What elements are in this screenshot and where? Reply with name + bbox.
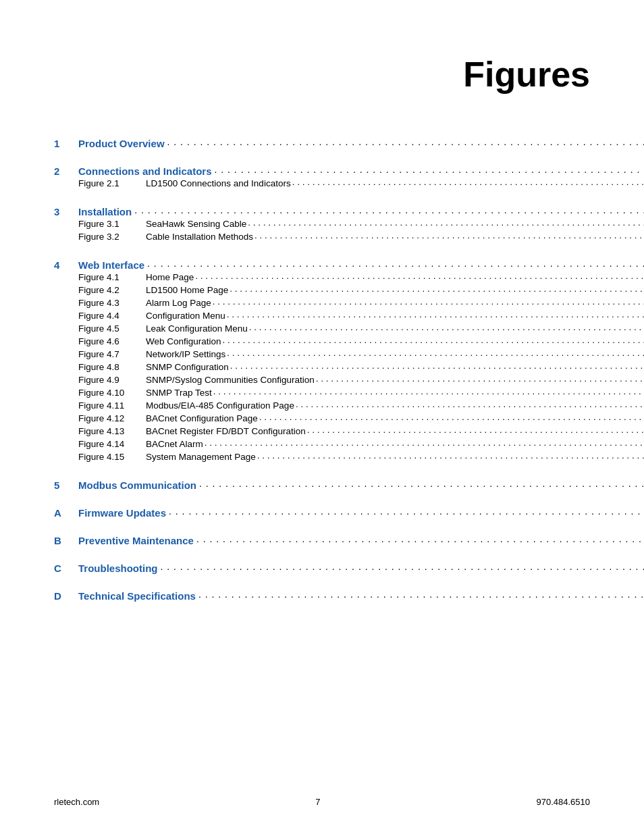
- section-row-3: 3Installation17Figure 3.1SeaHawk Sensing…: [54, 197, 590, 243]
- section-content-C: Troubleshooting49: [78, 563, 644, 574]
- footer-center: 7: [315, 797, 320, 807]
- figure-row-3-1: Figure 3.2Cable Installation Methods18: [78, 230, 644, 243]
- section-title-D: Technical Specifications: [78, 590, 196, 602]
- figure-row-4-1: Figure 4.2LD1500 Home Page24: [78, 284, 644, 296]
- figure-dots-4-13: [205, 438, 644, 448]
- figure-title-4-1: LD1500 Home Page: [146, 285, 228, 295]
- section-num-5: 5: [54, 479, 78, 491]
- section-dots-5: [199, 478, 644, 489]
- figure-dots-4-2: [213, 296, 644, 307]
- figure-row-4-11: Figure 4.12BACnet Configuration Page33: [78, 412, 644, 425]
- figure-title-4-2: Alarm Log Page: [146, 298, 211, 308]
- section-num-4: 4: [54, 259, 78, 271]
- figure-label-4-6: Figure 4.7: [78, 349, 146, 359]
- figure-dots-3-1: [254, 230, 644, 240]
- figure-title-4-0: Home Page: [146, 272, 194, 282]
- figure-dots-4-0: [195, 271, 644, 281]
- section-title-4: Web Interface: [78, 259, 144, 271]
- figure-label-4-10: Figure 4.11: [78, 400, 146, 411]
- section-num-A: A: [54, 507, 78, 519]
- section-dots-A: [169, 506, 644, 517]
- section-dots-1: [167, 136, 644, 147]
- figure-title-4-11: BACnet Configuration Page: [146, 413, 258, 423]
- figure-dots-4-11: [259, 412, 644, 422]
- section-num-D: D: [54, 590, 78, 602]
- section-block-B: BPreventive Maintenance47: [54, 525, 590, 546]
- section-content-5: Modbus Communication37: [78, 479, 644, 491]
- section-title-5: Modbus Communication: [78, 479, 196, 491]
- figure-label-4-3: Figure 4.4: [78, 311, 146, 321]
- figure-title-4-14: System Management Page: [146, 452, 256, 462]
- figure-row-4-4: Figure 4.5Leak Configuration Menu26: [78, 322, 644, 335]
- figure-title-4-4: Leak Configuration Menu: [146, 323, 248, 334]
- figure-title-4-9: SNMP Trap Test: [146, 388, 212, 398]
- section-title-3: Installation: [78, 206, 132, 217]
- section-dots-2: [215, 164, 644, 175]
- figure-title-4-12: BACnet Register FD/BDT Configuration: [146, 426, 306, 436]
- figure-title-3-0: SeaHawk Sensing Cable: [146, 219, 246, 229]
- figure-label-4-4: Figure 4.5: [78, 323, 146, 334]
- section-row-A: AFirmware Updates43: [54, 498, 590, 519]
- figure-dots-4-1: [230, 284, 644, 294]
- section-row-4: 4Web Interface23Figure 4.1Home Page23Fig…: [54, 250, 590, 463]
- figure-row-4-12: Figure 4.13BACnet Register FD/BDT Config…: [78, 425, 644, 438]
- footer-left: rletech.com: [54, 797, 99, 807]
- figure-dots-4-10: [296, 399, 644, 409]
- figure-row-4-5: Figure 4.6Web Configuration28: [78, 335, 644, 348]
- section-block-D: DTechnical Specifications51: [54, 581, 590, 602]
- figure-dots-4-7: [230, 361, 644, 371]
- figure-label-4-8: Figure 4.9: [78, 375, 146, 385]
- section-dots-4: [147, 258, 644, 269]
- figure-row-4-10: Figure 4.11Modbus/EIA-485 Configuration …: [78, 399, 644, 412]
- section-content-1: Product Overview11: [78, 138, 644, 149]
- figure-dots-2-0: [292, 177, 644, 187]
- figure-title-2-0: LD1500 Connections and Indicators: [146, 178, 291, 188]
- figure-title-4-7: SNMP Configuration: [146, 362, 229, 372]
- figure-dots-4-12: [307, 425, 644, 435]
- figure-label-4-12: Figure 4.13: [78, 426, 146, 436]
- section-dots-B: [196, 533, 644, 544]
- section-title-2: Connections and Indicators: [78, 165, 212, 177]
- section-row-5: 5Modbus Communication37: [54, 470, 590, 491]
- figure-label-4-0: Figure 4.1: [78, 272, 146, 282]
- section-title-B: Preventive Maintenance: [78, 535, 194, 546]
- section-content-D: Technical Specifications51: [78, 590, 644, 602]
- section-content-B: Preventive Maintenance47: [78, 535, 644, 546]
- section-num-B: B: [54, 535, 78, 546]
- figure-dots-4-6: [227, 348, 644, 358]
- figure-title-3-1: Cable Installation Methods: [146, 232, 253, 242]
- figure-label-4-7: Figure 4.8: [78, 362, 146, 372]
- figure-title-4-10: Modbus/EIA-485 Configuration Page: [146, 400, 294, 411]
- figure-label-3-0: Figure 3.1: [78, 219, 146, 229]
- figure-label-4-13: Figure 4.14: [78, 439, 146, 449]
- footer-right: 970.484.6510: [536, 797, 590, 807]
- section-block-A: AFirmware Updates43: [54, 498, 590, 519]
- figure-dots-3-0: [248, 217, 644, 228]
- figure-row-4-8: Figure 4.9SNMP/Syslog Communities Config…: [78, 373, 644, 386]
- section-dots-C: [161, 561, 645, 572]
- figure-label-4-2: Figure 4.3: [78, 298, 146, 308]
- figure-dots-4-5: [223, 335, 644, 345]
- figure-row-4-13: Figure 4.14BACnet Alarm35: [78, 438, 644, 450]
- figure-label-4-5: Figure 4.6: [78, 336, 146, 346]
- figure-label-4-1: Figure 4.2: [78, 285, 146, 295]
- figure-row-4-9: Figure 4.10SNMP Trap Test31: [78, 386, 644, 399]
- figure-dots-4-9: [213, 386, 644, 396]
- figure-dots-4-3: [227, 309, 644, 319]
- figure-title-4-3: Configuration Menu: [146, 311, 225, 321]
- figure-title-4-13: BACnet Alarm: [146, 439, 203, 449]
- figure-dots-4-14: [257, 450, 644, 461]
- figure-label-3-1: Figure 3.2: [78, 232, 146, 242]
- section-num-3: 3: [54, 206, 78, 217]
- figure-label-2-0: Figure 2.1: [78, 178, 146, 188]
- section-block-5: 5Modbus Communication37: [54, 470, 590, 491]
- figure-dots-4-4: [249, 322, 644, 332]
- section-title-A: Firmware Updates: [78, 507, 166, 519]
- section-block-3: 3Installation17Figure 3.1SeaHawk Sensing…: [54, 197, 590, 243]
- section-block-4: 4Web Interface23Figure 4.1Home Page23Fig…: [54, 250, 590, 463]
- section-dots-D: [198, 589, 644, 600]
- section-block-C: CTroubleshooting49: [54, 553, 590, 574]
- section-num-1: 1: [54, 138, 78, 149]
- section-num-C: C: [54, 563, 78, 574]
- figure-title-4-8: SNMP/Syslog Communities Configuration: [146, 375, 315, 385]
